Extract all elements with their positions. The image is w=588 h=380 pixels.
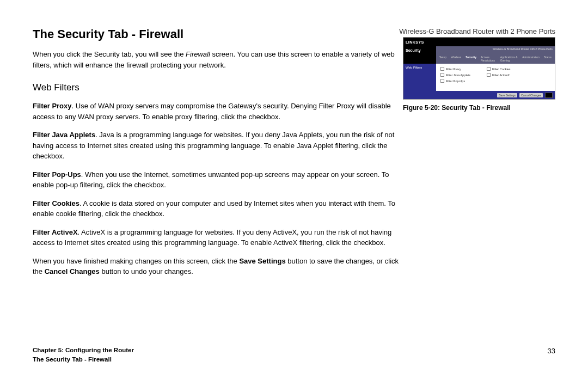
fig-tab-setup: Setup (438, 55, 448, 63)
cancel-changes-label: Cancel Changes (45, 267, 100, 275)
fig-tab-admin: Administration (521, 55, 541, 63)
page-number: 33 (548, 347, 555, 355)
para-save-cancel: When you have finished making changes on… (33, 256, 403, 277)
fig-col-right: Filter Cookies Filter ActiveX (487, 67, 511, 89)
fig-tab-status: Status (543, 55, 553, 63)
figure-container: LINKSYS Security Wireless-G Broadband Ro… (403, 37, 555, 112)
fig-tab-access: Access Restrictions (480, 55, 497, 63)
linksys-logo: LINKSYS (406, 40, 424, 44)
fig-check-activex: Filter ActiveX (487, 73, 511, 77)
fig-tab-apps: Applications & Gaming (499, 55, 519, 63)
product-header: Wireless-G Broadband Router with 2 Phone… (399, 27, 555, 35)
label-filter-cookies: Filter Cookies (33, 199, 79, 207)
page-container: Wireless-G Broadband Router with 2 Phone… (0, 0, 588, 380)
fig-check-java: Filter Java Applets (440, 73, 470, 77)
save-settings-label: Save Settings (239, 257, 285, 265)
footer-chapter: Chapter 5: Configuring the Router (33, 347, 134, 355)
fig-tab-security-label: Security (403, 46, 436, 64)
text-filter-cookies: . A cookie is data stored on your comput… (33, 199, 395, 218)
fig-check-popups-label: Filter Pop-Ups (446, 79, 465, 83)
footer-line1: Chapter 5: Configuring the Router 33 (33, 347, 555, 355)
fig-tab-security: Security (464, 55, 477, 63)
label-filter-java: Filter Java Applets (33, 131, 95, 139)
save-pre: When you have finished making changes on… (33, 257, 239, 265)
fig-sidebar-left: Web Filters (403, 64, 436, 92)
fig-content: Filter Proxy Filter Java Applets Filter … (436, 64, 555, 92)
fig-check-popups: Filter Pop-Ups (440, 79, 470, 83)
figure-screenshot: LINKSYS Security Wireless-G Broadband Ro… (403, 37, 555, 100)
fig-check-activex-label: Filter ActiveX (492, 73, 510, 77)
intro-paragraph: When you click the Security tab, you wil… (33, 49, 403, 70)
fig-check-cookies: Filter Cookies (487, 67, 511, 71)
label-filter-proxy: Filter Proxy (33, 102, 72, 110)
footer-section: The Security Tab - Firewall (33, 356, 555, 363)
text-filter-activex: . ActiveX is a programming language for … (33, 228, 391, 247)
page-footer: Chapter 5: Configuring the Router 33 The… (33, 347, 555, 363)
label-filter-popups: Filter Pop-Ups (33, 170, 81, 179)
para-filter-popups: Filter Pop-Ups. When you use the Interne… (33, 169, 403, 191)
text-filter-proxy: . Use of WAN proxy servers may compromis… (33, 102, 391, 121)
fig-check-java-label: Filter Java Applets (446, 73, 470, 77)
fig-col-left: Filter Proxy Filter Java Applets Filter … (440, 67, 470, 89)
label-filter-activex: Filter ActiveX (33, 228, 78, 236)
intro-pre: When you click the Security tab, you wil… (33, 50, 186, 58)
fig-nav-right: Wireless-G Broadband Router with 2 Phone… (436, 46, 555, 64)
fig-check-proxy: Filter Proxy (440, 67, 470, 71)
para-filter-cookies: Filter Cookies. A cookie is data stored … (33, 198, 403, 219)
fig-bottombar: Save Settings Cancel Changes (403, 91, 555, 99)
fig-product-name: Wireless-G Broadband Router with 2 Phone… (493, 47, 553, 51)
fig-check-proxy-label: Filter Proxy (446, 68, 461, 71)
fig-tabs: Setup Wireless Security Access Restricti… (438, 55, 553, 63)
fig-body: Web Filters Filter Proxy Filter Java App… (403, 64, 555, 92)
fig-check-cookies-label: Filter Cookies (492, 68, 511, 71)
cisco-icon (545, 93, 553, 98)
fig-tab-wireless: Wireless (450, 55, 462, 63)
fig-topbar: LINKSYS (403, 38, 555, 46)
intro-italic: Firewall (186, 50, 210, 58)
para-filter-activex: Filter ActiveX. ActiveX is a programming… (33, 227, 403, 248)
para-filter-proxy: Filter Proxy. Use of WAN proxy servers m… (33, 101, 403, 122)
fig-save-button: Save Settings (497, 93, 517, 97)
para-filter-java: Filter Java Applets. Java is a programmi… (33, 130, 403, 162)
figure-caption: Figure 5-20: Security Tab - Firewall (403, 104, 555, 112)
save-post: button to undo your changes. (100, 267, 193, 275)
fig-cancel-button: Cancel Changes (519, 93, 543, 97)
fig-navband: Security Wireless-G Broadband Router wit… (403, 46, 555, 64)
text-filter-popups: . When you use the Internet, sometimes u… (33, 170, 389, 189)
